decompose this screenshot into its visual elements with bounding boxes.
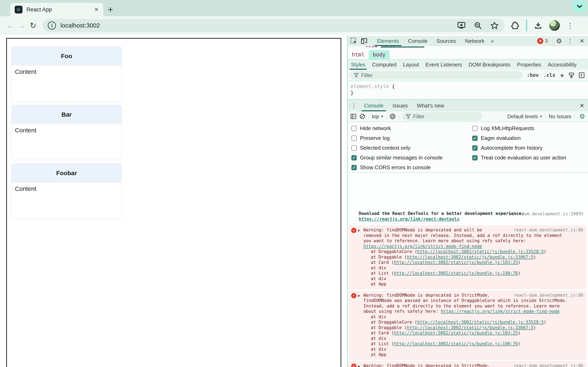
log-levels-selector[interactable]: Default levels▾ [506,114,544,119]
forward-button[interactable]: → [16,20,27,31]
drawer-tab-issues[interactable]: Issues [388,100,412,111]
tab-close-icon[interactable]: ✕ [92,6,100,14]
separator [552,38,553,44]
install-app-icon[interactable] [457,22,466,29]
window-chevron-button[interactable] [573,1,586,12]
setting-label: Hide network [360,125,391,132]
expand-triangle-icon[interactable]: ▶ [358,364,360,367]
new-style-rule-button[interactable]: + [560,72,564,79]
devtools-settings-icon[interactable]: ⚙ [556,37,562,45]
card-header-drag-handle[interactable]: Foobar [12,164,121,183]
clear-console-icon[interactable] [358,112,367,120]
error-circle-icon: ✕ [351,293,356,298]
sidebar-tab-styles[interactable]: Styles [348,59,369,70]
sidebar-tab-layout[interactable]: Layout [400,59,422,70]
console-message-link[interactable]: https://reactjs.org/link/strict-mode-fin… [363,244,482,249]
browser-tab[interactable]: ⚛ React App ✕ [10,3,103,16]
sidebar-tab-dom-breakpoints[interactable]: DOM Breakpoints [465,59,514,70]
message-source-link[interactable]: react-dom.development.js:86 [514,363,583,367]
devtools-tab-network[interactable]: Network [460,36,489,46]
devtools-tab-console[interactable]: Console [403,36,432,46]
drawer-tab-what-s-new[interactable]: What's new [412,100,449,111]
stack-frame-link[interactable]: http://localhost:3002/static/js/bundle.j… [417,249,544,254]
breadcrumb-html[interactable]: html [348,50,369,59]
bookmark-star-icon[interactable] [490,22,499,29]
stack-frame: at Card (http://localhost:3002/static/js… [363,330,583,336]
breadcrumb-body[interactable]: body [369,50,390,59]
checkbox-treat-code-evaluation-as-user-action[interactable]: ✓ [472,155,477,160]
console-settings-icon[interactable]: ⚙ [579,113,585,120]
browser-menu-icon[interactable]: ⋮ [567,21,574,30]
checkbox-hide-network[interactable] [351,126,357,131]
stack-frame-link[interactable]: http://localhost:3002/static/js/bundle.j… [417,320,544,325]
downloads-icon[interactable] [534,21,542,30]
stack-frame-link[interactable]: http://localhost:3002/static/js/bundle.j… [407,255,534,259]
stack-frame-link[interactable]: http://localhost:3002/static/js/bundle.j… [407,325,534,330]
checkbox-eager-evaluation[interactable]: ✓ [472,136,477,141]
styles-filter-placeholder: Filter [361,72,373,78]
console-messages: react-dom.development.js:29895Download t… [348,210,588,367]
profile-avatar[interactable] [549,20,560,31]
sidebar-tab-computed[interactable]: Computed [369,59,400,70]
back-button[interactable]: ← [4,20,16,31]
console-message-link[interactable]: https://reactjs.org/link/strict-mode-fin… [441,309,560,314]
checkbox-log-xmlhttprequests[interactable] [472,126,477,131]
error-badge-icon[interactable]: ✕ [537,38,543,44]
draggable-card: FoobarContent [11,164,122,218]
device-toolbar-icon[interactable] [360,37,369,45]
card-header-drag-handle[interactable]: Foo [12,47,121,66]
site-info-icon[interactable]: i [48,21,56,30]
address-bar[interactable]: i localhost:3002 [43,19,505,32]
new-tab-button[interactable]: + [108,4,113,15]
elements-tree-clipped-row: head /head [348,46,588,50]
drawer-tab-console[interactable]: Console [360,100,388,111]
devtools-close-icon[interactable]: ✕ [576,38,588,44]
stack-frame-link[interactable]: http://localhost:3002/static/js/bundle.j… [394,331,518,335]
devtools-tab-elements[interactable]: Elements [372,36,403,46]
drawer-menu-icon[interactable]: ⋮ [351,102,357,109]
devtools-tab-sources[interactable]: Sources [432,36,460,46]
console-message-link[interactable]: https://reactjs.org/link/react-devtools [359,217,459,221]
drawer-close-icon[interactable]: ✕ [576,102,588,109]
expand-triangle-icon[interactable]: ▶ [358,228,360,233]
create-live-expression-icon[interactable] [388,112,397,120]
zoom-out-icon[interactable] [474,22,482,29]
stack-frame-link[interactable]: http://localhost:3002/static/js/bundle.j… [394,260,518,265]
stack-frame: at div [363,336,583,341]
setting-label: Eager evaluation [481,135,521,141]
message-source-link[interactable]: react-dom.development.js:86 [514,292,583,298]
stack-frame-link[interactable]: http://localhost:3002/static/js/bundle.j… [394,271,518,276]
inspect-element-icon[interactable] [349,37,358,45]
more-tabs-icon[interactable]: » [489,38,496,44]
checkbox-show-cors-errors-in-console[interactable]: ✓ [351,165,357,170]
rendering-emulation-icon[interactable] [568,72,575,78]
extensions-puzzle-icon[interactable] [510,21,519,30]
checkbox-group-similar-messages-in-console[interactable]: ✓ [351,155,357,160]
checkbox-autocomplete-from-history[interactable]: ✓ [472,145,477,151]
checkbox-selected-context-only[interactable] [351,145,357,151]
checkbox-preserve-log[interactable] [351,136,357,141]
hov-button[interactable]: :hov [527,72,539,78]
styles-filter-input[interactable]: Filter [350,71,523,80]
stack-frame-link[interactable]: http://localhost:3002/static/js/bundle.j… [394,341,518,346]
console-context-selector[interactable]: top▾ [370,114,385,119]
console-filter-input[interactable]: Filter [402,112,482,121]
card-header-drag-handle[interactable]: Bar [12,105,121,124]
sidebar-tab-event-listeners[interactable]: Event Listeners [422,59,465,70]
console-filter-placeholder: Filter [413,114,425,119]
message-source-link[interactable]: react-dom.development.js:86 [514,227,583,233]
cls-button[interactable]: .cls [544,72,555,78]
sidebar-tab-accessibility[interactable]: Accessibility [545,59,580,70]
console-sidebar-icon[interactable] [349,112,358,120]
reload-button[interactable]: ↻ [27,20,39,31]
devtools-menu-icon[interactable]: ⋮ [567,38,573,44]
sidebar-tab-properties[interactable]: Properties [514,59,545,70]
issues-counter[interactable]: No Issues [547,114,573,119]
message-source-link[interactable]: react-dom.development.js:29895 [506,211,584,217]
console-message-text: Download the React DevTools for a better… [359,211,524,216]
computed-panel-toggle-icon[interactable] [579,72,585,78]
element-style-block[interactable]: element.style { } [348,81,588,100]
toolbar-separator [526,20,527,31]
element-style-selector: element.style [351,83,389,89]
expand-triangle-icon[interactable]: ▶ [358,293,360,299]
